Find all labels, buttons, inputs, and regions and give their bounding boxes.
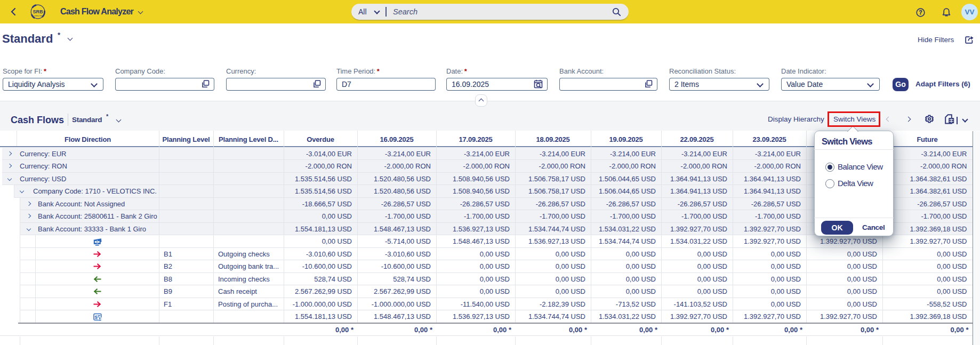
svg-text:$: $ — [95, 314, 98, 320]
svg-text:CONSULTING: CONSULTING — [34, 15, 43, 17]
svg-text:?: ? — [919, 9, 922, 15]
svg-text:SRB: SRB — [33, 9, 43, 14]
